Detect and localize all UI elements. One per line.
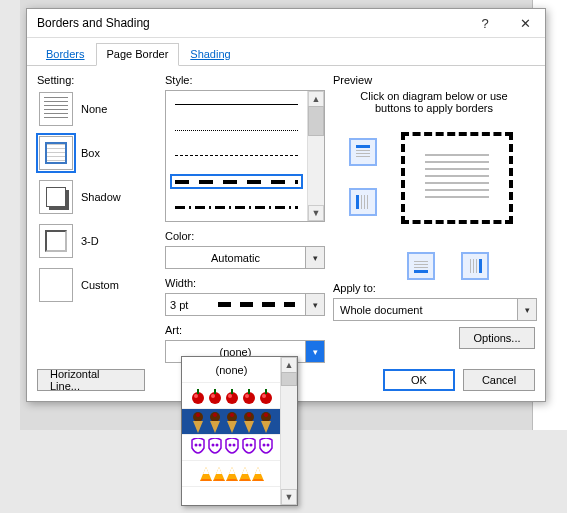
setting-3d-icon <box>39 224 73 258</box>
mask-icon <box>224 438 240 458</box>
art-item-masks[interactable] <box>182 435 281 461</box>
ok-button[interactable]: OK <box>383 369 455 391</box>
svg-rect-27 <box>248 389 250 394</box>
svg-point-32 <box>196 413 200 417</box>
setting-shadow-icon <box>39 180 73 214</box>
close-button[interactable]: ✕ <box>505 9 545 37</box>
setting-none[interactable]: None <box>37 90 157 128</box>
svg-point-26 <box>245 394 249 398</box>
mask-icon <box>258 438 274 458</box>
style-item-solid[interactable] <box>170 97 303 113</box>
style-item-dotted[interactable] <box>170 123 303 139</box>
candycorn-icon <box>213 467 225 481</box>
tab-shading[interactable]: Shading <box>179 43 241 66</box>
svg-point-47 <box>198 443 201 446</box>
chevron-down-icon[interactable]: ▾ <box>305 247 324 268</box>
style-scrollbar[interactable]: ▲ ▼ <box>307 91 324 221</box>
apply-to-value: Whole document <box>334 304 517 316</box>
apple-icon <box>207 387 223 405</box>
candycorn-icon <box>239 467 251 481</box>
art-item-icecream[interactable] <box>182 409 281 435</box>
svg-point-49 <box>215 443 218 446</box>
scroll-up-icon[interactable]: ▲ <box>281 357 297 373</box>
preview-diagram[interactable] <box>333 124 535 274</box>
art-dropdown-list[interactable]: (none) <box>181 356 298 506</box>
svg-rect-24 <box>231 389 233 394</box>
setting-box-icon <box>39 136 73 170</box>
setting-label: Setting: <box>37 74 157 86</box>
svg-rect-18 <box>197 389 199 394</box>
apple-icon <box>241 387 257 405</box>
border-right-button[interactable] <box>461 252 489 280</box>
tab-borders[interactable]: Borders <box>35 43 96 66</box>
border-left-button[interactable] <box>349 188 377 216</box>
svg-point-23 <box>228 394 232 398</box>
svg-rect-7 <box>367 195 368 209</box>
svg-rect-30 <box>265 389 267 394</box>
svg-point-50 <box>228 443 231 446</box>
svg-marker-39 <box>227 421 237 433</box>
svg-rect-4 <box>356 195 359 209</box>
setting-custom[interactable]: Custom <box>37 266 157 304</box>
svg-marker-61 <box>213 479 225 481</box>
border-top-button[interactable] <box>349 138 377 166</box>
candycorn-icon <box>252 467 264 481</box>
color-value: Automatic <box>166 252 305 264</box>
setting-custom-icon <box>39 268 73 302</box>
setting-box[interactable]: Box <box>37 134 157 172</box>
setting-none-label: None <box>81 103 107 115</box>
art-item-apples[interactable] <box>182 383 281 409</box>
scroll-up-icon[interactable]: ▲ <box>308 91 324 107</box>
svg-point-54 <box>262 443 265 446</box>
mask-icon <box>190 438 206 458</box>
svg-marker-36 <box>210 421 220 433</box>
art-item-candycorn[interactable] <box>182 461 281 487</box>
style-item-dash-long[interactable] <box>170 174 303 190</box>
chevron-down-icon[interactable]: ▾ <box>517 299 536 320</box>
preview-page[interactable] <box>397 128 517 228</box>
width-label: Width: <box>165 277 325 289</box>
svg-rect-10 <box>414 264 428 265</box>
svg-point-41 <box>247 413 251 417</box>
icecream-icon <box>190 411 206 433</box>
apply-to-label: Apply to: <box>333 282 535 294</box>
svg-rect-0 <box>356 145 370 148</box>
width-combo[interactable]: 3 pt ▾ <box>165 293 325 316</box>
svg-marker-45 <box>261 421 271 433</box>
tab-page-border[interactable]: Page Border <box>96 43 180 66</box>
help-button[interactable]: ? <box>465 9 505 37</box>
svg-marker-69 <box>255 467 261 474</box>
svg-marker-63 <box>229 467 235 474</box>
style-item-dash-short[interactable] <box>170 148 303 164</box>
svg-rect-1 <box>356 150 370 151</box>
border-bottom-button[interactable] <box>407 252 435 280</box>
scroll-down-icon[interactable]: ▼ <box>308 205 324 221</box>
setting-3d-label: 3-D <box>81 235 99 247</box>
options-button[interactable]: Options... <box>459 327 535 349</box>
svg-rect-11 <box>414 267 428 268</box>
setting-3d[interactable]: 3-D <box>37 222 157 260</box>
cancel-button[interactable]: Cancel <box>463 369 535 391</box>
svg-rect-13 <box>470 259 471 273</box>
style-item-dash-dot[interactable] <box>170 199 303 215</box>
apple-icon <box>190 387 206 405</box>
apply-to-combo[interactable]: Whole document ▾ <box>333 298 537 321</box>
art-scrollbar[interactable]: ▲ ▼ <box>280 357 297 505</box>
chevron-down-icon[interactable]: ▾ <box>305 341 324 362</box>
svg-point-20 <box>211 394 215 398</box>
color-combo[interactable]: Automatic ▾ <box>165 246 325 269</box>
art-item-none[interactable]: (none) <box>182 357 281 383</box>
horizontal-line-button[interactable]: Horizontal Line... <box>37 369 145 391</box>
scroll-down-icon[interactable]: ▼ <box>281 489 297 505</box>
style-list[interactable]: ▲ ▼ <box>165 90 325 222</box>
titlebar: Borders and Shading ? ✕ <box>27 9 545 38</box>
setting-none-icon <box>39 92 73 126</box>
svg-point-46 <box>194 443 197 446</box>
setting-shadow[interactable]: Shadow <box>37 178 157 216</box>
chevron-down-icon[interactable]: ▾ <box>305 294 324 315</box>
svg-marker-66 <box>242 467 248 474</box>
svg-point-38 <box>230 413 234 417</box>
candycorn-icon <box>226 467 238 481</box>
svg-point-35 <box>213 413 217 417</box>
svg-rect-12 <box>479 259 482 273</box>
